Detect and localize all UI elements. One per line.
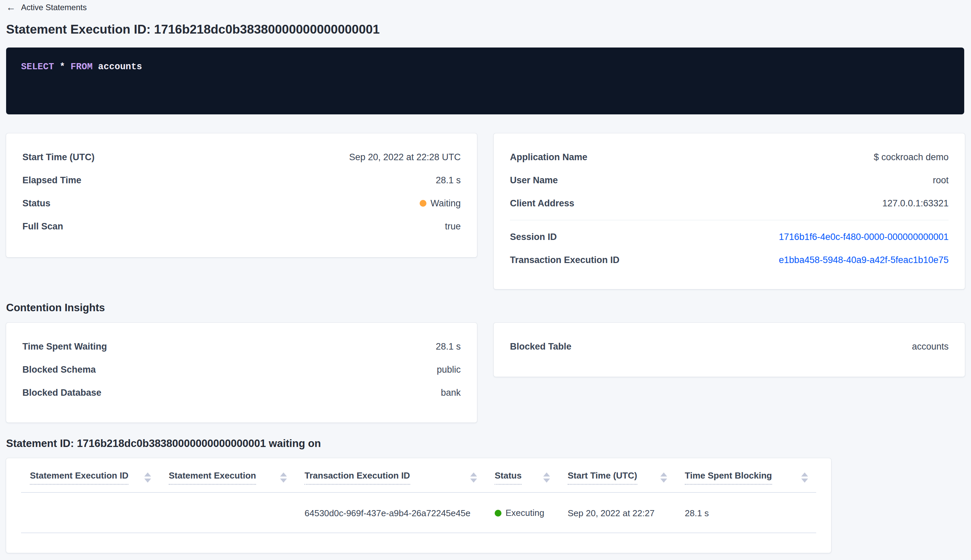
cell-time-spent-blocking: 28.1 s xyxy=(685,492,816,533)
kv-row-transaction-execution-id: Transaction Execution ID e1bba458-5948-4… xyxy=(510,248,949,272)
page-title: Statement Execution ID: 1716b218dc0b3838… xyxy=(6,22,965,37)
column-header-label: Statement Execution ID xyxy=(30,470,128,485)
kv-row-full-scan: Full Scan true xyxy=(22,215,461,238)
cell-status: Executing xyxy=(495,492,568,533)
sql-keyword: FROM xyxy=(71,62,93,72)
kv-row-client-address: Client Address 127.0.0.1:63321 xyxy=(510,192,949,215)
kv-value: 127.0.0.1:63321 xyxy=(883,198,949,209)
session-id-link[interactable]: 1716b1f6-4e0c-f480-0000-000000000001 xyxy=(779,232,949,242)
status-text: Waiting xyxy=(430,198,461,209)
transaction-execution-id-link[interactable]: e1bba458-5948-40a9-a42f-5feac1b10e75 xyxy=(779,255,949,265)
column-header-label: Time Spent Blocking xyxy=(685,470,772,485)
kv-value: Sep 20, 2022 at 22:28 UTC xyxy=(349,152,461,163)
kv-label: Start Time (UTC) xyxy=(22,152,95,163)
sql-plain: * xyxy=(54,62,71,72)
sort-icon xyxy=(144,472,151,483)
sql-statement-text: SELECT * FROM accounts xyxy=(21,62,949,72)
table-header-row: Statement Execution ID Statement Executi… xyxy=(21,458,816,492)
column-header-label: Statement Execution xyxy=(169,470,256,485)
kv-row-application-name: Application Name $ cockroach demo xyxy=(510,146,949,169)
column-header-statement-execution[interactable]: Statement Execution xyxy=(169,458,305,492)
session-details-card: Application Name $ cockroach demo User N… xyxy=(494,133,965,289)
kv-label: Blocked Database xyxy=(22,388,102,398)
blocked-table-card: Blocked Table accounts xyxy=(494,323,965,377)
column-header-start-time[interactable]: Start Time (UTC) xyxy=(568,458,685,492)
kv-label: Full Scan xyxy=(22,221,63,232)
kv-label: Time Spent Waiting xyxy=(22,342,107,352)
column-header-status[interactable]: Status xyxy=(495,458,568,492)
kv-row-start-time: Start Time (UTC) Sep 20, 2022 at 22:28 U… xyxy=(22,146,461,169)
cell-start-time: Sep 20, 2022 at 22:27 xyxy=(568,492,685,533)
column-header-transaction-execution-id[interactable]: Transaction Execution ID xyxy=(305,458,495,492)
table-row: 64530d0c-969f-437e-a9b4-26a72245e45e Exe… xyxy=(21,492,816,533)
sql-statement-box: SELECT * FROM accounts xyxy=(6,48,964,114)
sort-icon xyxy=(543,472,550,483)
card-divider xyxy=(510,220,949,220)
sql-plain: accounts xyxy=(93,62,142,72)
kv-label: Blocked Schema xyxy=(22,365,96,375)
kv-label: Session ID xyxy=(510,232,557,242)
kv-value: 28.1 s xyxy=(435,342,461,352)
executing-status-dot-icon xyxy=(495,510,501,517)
kv-value: $ cockroach demo xyxy=(874,152,949,163)
contention-waiting-card: Time Spent Waiting 28.1 s Blocked Schema… xyxy=(6,323,477,423)
kv-row-blocked-table: Blocked Table accounts xyxy=(510,335,949,358)
column-header-label: Status xyxy=(495,470,522,485)
kv-row-elapsed-time: Elapsed Time 28.1 s xyxy=(22,169,461,192)
sort-icon xyxy=(660,472,667,483)
overview-cards-row: Start Time (UTC) Sep 20, 2022 at 22:28 U… xyxy=(6,133,965,289)
kv-value: 28.1 s xyxy=(435,175,461,186)
waiting-on-heading: Statement ID: 1716b218dc0b38380000000000… xyxy=(6,437,965,450)
waiting-on-table: Statement Execution ID Statement Executi… xyxy=(21,458,816,533)
kv-value: accounts xyxy=(912,342,949,352)
waiting-on-table-card: Statement Execution ID Statement Executi… xyxy=(6,458,831,553)
back-to-active-statements-link[interactable]: ← Active Statements xyxy=(6,3,87,12)
kv-row-user-name: User Name root xyxy=(510,169,949,192)
kv-row-blocked-schema: Blocked Schema public xyxy=(22,358,461,381)
sort-icon xyxy=(801,472,808,483)
back-arrow-icon: ← xyxy=(6,3,16,12)
kv-value: public xyxy=(437,365,461,375)
kv-row-time-spent-waiting: Time Spent Waiting 28.1 s xyxy=(22,335,461,358)
kv-label: Client Address xyxy=(510,198,574,209)
cell-transaction-execution-id: 64530d0c-969f-437e-a9b4-26a72245e45e xyxy=(305,492,495,533)
column-header-statement-execution-id[interactable]: Statement Execution ID xyxy=(21,458,169,492)
status-text: Executing xyxy=(506,508,544,518)
kv-label: Transaction Execution ID xyxy=(510,255,620,265)
cell-statement-execution xyxy=(169,492,305,533)
sort-icon xyxy=(280,472,287,483)
kv-label: Status xyxy=(22,198,50,209)
kv-label: Elapsed Time xyxy=(22,175,82,186)
status-value: Waiting xyxy=(420,198,461,209)
kv-row-status: Status Waiting xyxy=(22,192,461,215)
column-header-label: Transaction Execution ID xyxy=(305,470,410,485)
contention-insights-heading: Contention Insights xyxy=(6,302,965,314)
statement-execution-details-page: ← Active Statements Statement Execution … xyxy=(0,0,971,553)
kv-value: bank xyxy=(441,388,461,398)
kv-value: true xyxy=(445,221,461,232)
column-header-label: Start Time (UTC) xyxy=(568,470,637,485)
execution-overview-card: Start Time (UTC) Sep 20, 2022 at 22:28 U… xyxy=(6,133,477,257)
sql-keyword: SELECT xyxy=(21,62,54,72)
waiting-status-dot-icon xyxy=(420,200,426,207)
sort-icon xyxy=(470,472,477,483)
kv-row-blocked-database: Blocked Database bank xyxy=(22,381,461,404)
back-link-label: Active Statements xyxy=(21,3,87,12)
kv-label: Application Name xyxy=(510,152,587,163)
kv-label: Blocked Table xyxy=(510,342,571,352)
contention-cards-row: Time Spent Waiting 28.1 s Blocked Schema… xyxy=(6,323,965,423)
kv-label: User Name xyxy=(510,175,558,186)
column-header-time-spent-blocking[interactable]: Time Spent Blocking xyxy=(685,458,816,492)
cell-statement-execution-id xyxy=(21,492,169,533)
kv-value: root xyxy=(933,175,949,186)
kv-row-session-id: Session ID 1716b1f6-4e0c-f480-0000-00000… xyxy=(510,225,949,248)
